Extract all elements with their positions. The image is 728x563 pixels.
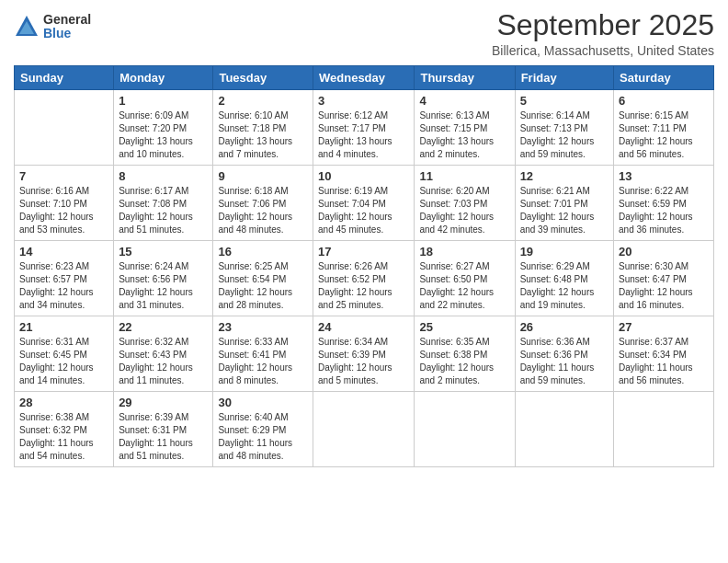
day-info: Sunrise: 6:16 AM Sunset: 7:10 PM Dayligh… (19, 185, 108, 236)
day-cell: 27Sunrise: 6:37 AM Sunset: 6:34 PM Dayli… (614, 316, 714, 392)
day-cell: 23Sunrise: 6:33 AM Sunset: 6:41 PM Dayli… (213, 316, 313, 392)
day-info: Sunrise: 6:32 AM Sunset: 6:43 PM Dayligh… (119, 336, 208, 387)
day-info: Sunrise: 6:18 AM Sunset: 7:06 PM Dayligh… (218, 185, 308, 236)
logo: General Blue (14, 13, 91, 41)
day-info: Sunrise: 6:20 AM Sunset: 7:03 PM Dayligh… (419, 185, 509, 236)
day-info: Sunrise: 6:40 AM Sunset: 6:29 PM Dayligh… (218, 411, 308, 463)
day-cell (313, 392, 415, 467)
day-number: 18 (419, 245, 509, 259)
day-cell: 4Sunrise: 6:13 AM Sunset: 7:15 PM Daylig… (415, 90, 515, 166)
day-number: 19 (520, 245, 609, 259)
day-info: Sunrise: 6:13 AM Sunset: 7:15 PM Dayligh… (419, 109, 509, 161)
col-thursday: Thursday (415, 66, 515, 90)
day-cell: 17Sunrise: 6:26 AM Sunset: 6:52 PM Dayli… (313, 241, 415, 316)
day-cell: 6Sunrise: 6:15 AM Sunset: 7:11 PM Daylig… (614, 90, 714, 166)
day-number: 14 (19, 245, 108, 259)
day-cell (415, 392, 515, 467)
day-number: 7 (19, 169, 108, 183)
day-cell (15, 90, 114, 166)
day-cell: 1Sunrise: 6:09 AM Sunset: 7:20 PM Daylig… (114, 90, 213, 166)
day-cell: 7Sunrise: 6:16 AM Sunset: 7:10 PM Daylig… (15, 166, 114, 241)
logo-blue-text: Blue (43, 27, 91, 40)
day-info: Sunrise: 6:17 AM Sunset: 7:08 PM Dayligh… (119, 185, 208, 236)
day-number: 24 (318, 320, 409, 334)
day-cell: 18Sunrise: 6:27 AM Sunset: 6:50 PM Dayli… (415, 241, 515, 316)
day-info: Sunrise: 6:34 AM Sunset: 6:39 PM Dayligh… (318, 336, 409, 387)
col-saturday: Saturday (614, 66, 714, 90)
day-number: 20 (619, 245, 709, 259)
day-number: 25 (419, 320, 509, 334)
day-cell (515, 392, 613, 467)
title-area: September 2025 Billerica, Massachusetts,… (492, 9, 714, 58)
day-number: 11 (419, 169, 509, 183)
logo-icon (14, 14, 40, 40)
day-cell: 30Sunrise: 6:40 AM Sunset: 6:29 PM Dayli… (213, 392, 313, 467)
calendar-table: Sunday Monday Tuesday Wednesday Thursday… (14, 65, 714, 467)
day-number: 6 (619, 94, 709, 108)
week-row-4: 21Sunrise: 6:31 AM Sunset: 6:45 PM Dayli… (15, 316, 714, 392)
day-number: 29 (119, 396, 208, 409)
col-monday: Monday (114, 66, 213, 90)
month-title: September 2025 (492, 9, 714, 41)
day-info: Sunrise: 6:19 AM Sunset: 7:04 PM Dayligh… (318, 185, 409, 236)
day-cell: 22Sunrise: 6:32 AM Sunset: 6:43 PM Dayli… (114, 316, 213, 392)
day-cell: 14Sunrise: 6:23 AM Sunset: 6:57 PM Dayli… (15, 241, 114, 316)
day-cell: 5Sunrise: 6:14 AM Sunset: 7:13 PM Daylig… (515, 90, 613, 166)
day-info: Sunrise: 6:39 AM Sunset: 6:31 PM Dayligh… (119, 411, 208, 463)
day-info: Sunrise: 6:25 AM Sunset: 6:54 PM Dayligh… (218, 260, 308, 312)
day-info: Sunrise: 6:21 AM Sunset: 7:01 PM Dayligh… (520, 185, 609, 236)
day-cell: 29Sunrise: 6:39 AM Sunset: 6:31 PM Dayli… (114, 392, 213, 467)
header-row: Sunday Monday Tuesday Wednesday Thursday… (15, 66, 714, 90)
day-number: 12 (520, 169, 609, 183)
day-info: Sunrise: 6:35 AM Sunset: 6:38 PM Dayligh… (419, 336, 509, 387)
day-cell: 16Sunrise: 6:25 AM Sunset: 6:54 PM Dayli… (213, 241, 313, 316)
day-number: 22 (119, 320, 208, 334)
day-number: 1 (119, 94, 208, 108)
day-cell: 11Sunrise: 6:20 AM Sunset: 7:03 PM Dayli… (415, 166, 515, 241)
day-cell: 26Sunrise: 6:36 AM Sunset: 6:36 PM Dayli… (515, 316, 613, 392)
day-cell: 25Sunrise: 6:35 AM Sunset: 6:38 PM Dayli… (415, 316, 515, 392)
day-number: 2 (218, 94, 308, 108)
day-number: 10 (318, 169, 409, 183)
day-cell: 15Sunrise: 6:24 AM Sunset: 6:56 PM Dayli… (114, 241, 213, 316)
day-info: Sunrise: 6:26 AM Sunset: 6:52 PM Dayligh… (318, 260, 409, 312)
day-info: Sunrise: 6:23 AM Sunset: 6:57 PM Dayligh… (19, 260, 108, 312)
week-row-5: 28Sunrise: 6:38 AM Sunset: 6:32 PM Dayli… (15, 392, 714, 467)
day-cell: 10Sunrise: 6:19 AM Sunset: 7:04 PM Dayli… (313, 166, 415, 241)
day-cell: 21Sunrise: 6:31 AM Sunset: 6:45 PM Dayli… (15, 316, 114, 392)
day-info: Sunrise: 6:38 AM Sunset: 6:32 PM Dayligh… (19, 411, 108, 463)
day-info: Sunrise: 6:10 AM Sunset: 7:18 PM Dayligh… (218, 109, 308, 161)
day-number: 26 (520, 320, 609, 334)
day-info: Sunrise: 6:36 AM Sunset: 6:36 PM Dayligh… (520, 336, 609, 387)
col-wednesday: Wednesday (313, 66, 415, 90)
col-tuesday: Tuesday (213, 66, 313, 90)
week-row-3: 14Sunrise: 6:23 AM Sunset: 6:57 PM Dayli… (15, 241, 714, 316)
day-info: Sunrise: 6:15 AM Sunset: 7:11 PM Dayligh… (619, 109, 709, 161)
col-friday: Friday (515, 66, 613, 90)
week-row-2: 7Sunrise: 6:16 AM Sunset: 7:10 PM Daylig… (15, 166, 714, 241)
day-number: 21 (19, 320, 108, 334)
day-number: 4 (419, 94, 509, 108)
day-number: 30 (218, 396, 308, 409)
day-number: 17 (318, 245, 409, 259)
header: General Blue September 2025 Billerica, M… (14, 9, 714, 58)
col-sunday: Sunday (15, 66, 114, 90)
day-number: 3 (318, 94, 409, 108)
calendar-container: General Blue September 2025 Billerica, M… (0, 0, 728, 563)
day-info: Sunrise: 6:12 AM Sunset: 7:17 PM Dayligh… (318, 109, 409, 161)
day-cell: 3Sunrise: 6:12 AM Sunset: 7:17 PM Daylig… (313, 90, 415, 166)
day-cell: 19Sunrise: 6:29 AM Sunset: 6:48 PM Dayli… (515, 241, 613, 316)
day-cell: 12Sunrise: 6:21 AM Sunset: 7:01 PM Dayli… (515, 166, 613, 241)
day-info: Sunrise: 6:29 AM Sunset: 6:48 PM Dayligh… (520, 260, 609, 312)
day-info: Sunrise: 6:22 AM Sunset: 6:59 PM Dayligh… (619, 185, 709, 236)
day-number: 5 (520, 94, 609, 108)
week-row-1: 1Sunrise: 6:09 AM Sunset: 7:20 PM Daylig… (15, 90, 714, 166)
day-number: 8 (119, 169, 208, 183)
day-cell: 2Sunrise: 6:10 AM Sunset: 7:18 PM Daylig… (213, 90, 313, 166)
day-number: 9 (218, 169, 308, 183)
day-number: 15 (119, 245, 208, 259)
logo-general-text: General (43, 13, 91, 27)
location-text: Billerica, Massachusetts, United States (492, 43, 714, 58)
day-info: Sunrise: 6:14 AM Sunset: 7:13 PM Dayligh… (520, 109, 609, 161)
day-info: Sunrise: 6:33 AM Sunset: 6:41 PM Dayligh… (218, 336, 308, 387)
